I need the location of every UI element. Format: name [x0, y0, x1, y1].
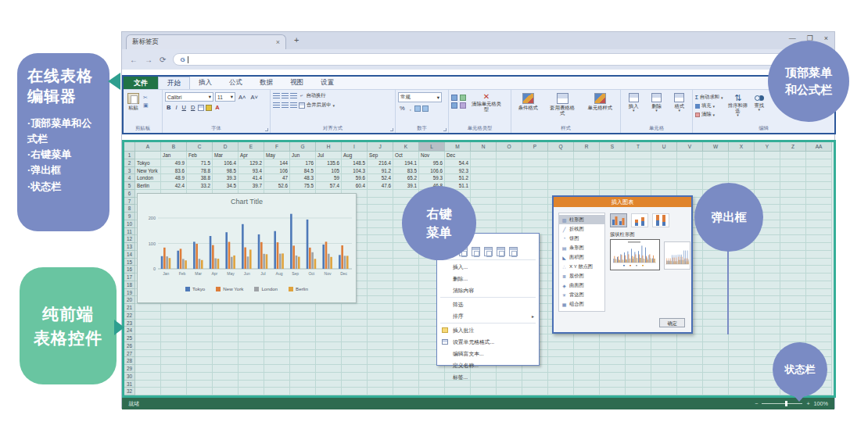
- cell[interactable]: [548, 373, 574, 381]
- cell[interactable]: [806, 205, 832, 213]
- cell[interactable]: [780, 266, 806, 273]
- cell[interactable]: 54.4: [445, 159, 471, 167]
- cell[interactable]: [806, 304, 832, 312]
- cell[interactable]: 83.6: [161, 167, 187, 175]
- paste-button[interactable]: 粘贴: [126, 92, 141, 111]
- cell[interactable]: [316, 388, 342, 395]
- cell[interactable]: [729, 304, 755, 312]
- cell[interactable]: [729, 152, 755, 159]
- cell[interactable]: [161, 342, 187, 350]
- cell[interactable]: [729, 365, 755, 373]
- cell[interactable]: [471, 190, 497, 198]
- cell[interactable]: [806, 296, 832, 304]
- cell[interactable]: [316, 312, 342, 320]
- cell[interactable]: [626, 342, 651, 350]
- column-header[interactable]: E: [239, 142, 264, 152]
- cell[interactable]: [393, 327, 419, 334]
- cell[interactable]: [548, 350, 574, 358]
- cell[interactable]: [368, 388, 393, 395]
- cell[interactable]: 84.5: [290, 167, 316, 175]
- cell[interactable]: [393, 350, 419, 358]
- cell[interactable]: [522, 213, 548, 220]
- cell[interactable]: [497, 159, 522, 167]
- cell[interactable]: [703, 304, 729, 312]
- column-header[interactable]: M: [445, 142, 471, 152]
- cell[interactable]: [316, 342, 342, 350]
- cell[interactable]: 75.5: [290, 182, 316, 190]
- cell[interactable]: [729, 159, 755, 167]
- window-minimize-button[interactable]: —: [789, 34, 796, 42]
- menu-item-insert[interactable]: 插入...: [437, 261, 539, 273]
- cell[interactable]: Jun: [290, 152, 316, 159]
- zoom-in-button[interactable]: +: [806, 400, 809, 407]
- tab-file[interactable]: 文件: [124, 77, 158, 89]
- cell[interactable]: 34.5: [213, 182, 239, 190]
- cell[interactable]: [755, 327, 780, 334]
- cell[interactable]: [755, 259, 780, 266]
- cell[interactable]: [522, 167, 548, 175]
- cell[interactable]: [677, 350, 703, 358]
- cell[interactable]: [600, 152, 626, 159]
- cell[interactable]: Apr: [239, 152, 264, 159]
- cell[interactable]: [187, 327, 213, 334]
- cell[interactable]: 216.4: [368, 159, 393, 167]
- cell[interactable]: [497, 182, 522, 190]
- cell[interactable]: [780, 259, 806, 266]
- cell[interactable]: 176: [290, 159, 316, 167]
- cell[interactable]: [780, 190, 806, 198]
- cell[interactable]: 51.2: [445, 174, 471, 182]
- cell[interactable]: [393, 281, 419, 289]
- cell[interactable]: [393, 381, 419, 388]
- column-header[interactable]: X: [729, 142, 755, 152]
- cell[interactable]: [522, 182, 548, 190]
- cell[interactable]: New York: [135, 167, 161, 175]
- cell[interactable]: [600, 388, 626, 395]
- cell[interactable]: [780, 174, 806, 182]
- cell[interactable]: [703, 273, 729, 281]
- cell[interactable]: [471, 388, 497, 395]
- menu-item-define-name[interactable]: 定义名称...: [437, 359, 539, 371]
- cell[interactable]: [393, 388, 419, 395]
- cell[interactable]: [780, 182, 806, 190]
- cell[interactable]: [471, 205, 497, 213]
- cell[interactable]: [471, 174, 497, 182]
- cell[interactable]: [368, 281, 393, 289]
- cell[interactable]: [213, 357, 239, 365]
- column-header[interactable]: V: [677, 142, 703, 152]
- cell[interactable]: [729, 281, 755, 289]
- increase-decimal-icon[interactable]: [414, 105, 421, 112]
- cell[interactable]: [703, 373, 729, 381]
- cell[interactable]: [497, 190, 522, 198]
- cell[interactable]: [135, 327, 161, 334]
- cell[interactable]: [522, 159, 548, 167]
- row-header[interactable]: 17: [124, 273, 135, 281]
- dialog-launcher-icon[interactable]: [390, 128, 393, 131]
- cell[interactable]: [342, 327, 368, 334]
- cell[interactable]: [780, 289, 806, 297]
- cell[interactable]: [239, 373, 264, 381]
- cell[interactable]: [316, 320, 342, 327]
- row-header[interactable]: 22: [124, 312, 135, 320]
- font-name-select[interactable]: Calibri▾: [165, 92, 213, 102]
- conditional-format-button[interactable]: 条件格式: [517, 92, 540, 111]
- cut-icon[interactable]: ✂: [143, 95, 149, 100]
- chart-preview-selected[interactable]: [610, 239, 660, 270]
- cell[interactable]: [393, 334, 419, 342]
- column-header[interactable]: A: [135, 142, 161, 152]
- cell[interactable]: [703, 174, 729, 182]
- chart-type-item[interactable]: ▣模板: [559, 309, 604, 312]
- cell[interactable]: [677, 334, 703, 342]
- cell[interactable]: [135, 320, 161, 327]
- column-header[interactable]: S: [600, 142, 626, 152]
- cell[interactable]: [703, 266, 729, 273]
- cell[interactable]: [368, 228, 393, 236]
- cell[interactable]: [342, 334, 368, 342]
- new-tab-button[interactable]: +: [294, 35, 299, 45]
- number-format-select[interactable]: 常规▾: [398, 92, 442, 102]
- cell[interactable]: [626, 388, 651, 395]
- cell[interactable]: [239, 365, 264, 373]
- cell[interactable]: [806, 289, 832, 297]
- cell[interactable]: 71.5: [187, 159, 213, 167]
- cell[interactable]: [368, 381, 393, 388]
- cell[interactable]: [729, 167, 755, 175]
